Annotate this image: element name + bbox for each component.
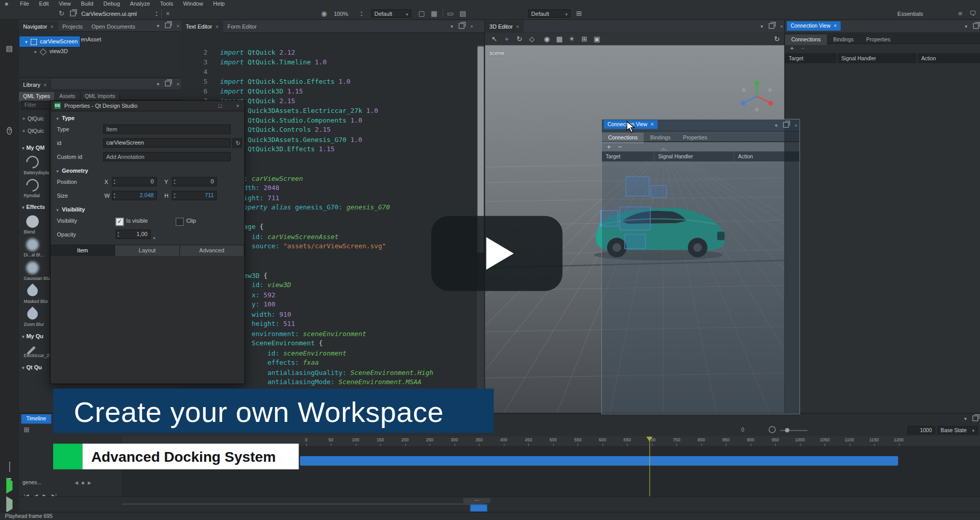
state-selector[interactable]: Base State▾ [938, 426, 977, 434]
close-document-icon[interactable]: × [164, 9, 172, 17]
horizontal-scroll-thumb[interactable] [470, 504, 487, 512]
add-frame-icon[interactable]: ⊞ [575, 9, 583, 17]
snap-toggle-icon[interactable]: ▣ [593, 34, 601, 43]
popout-icon[interactable] [973, 23, 979, 29]
spinner-arrows[interactable]: ▴▾ [174, 178, 175, 185]
chevron-down-icon[interactable]: ▾ [157, 81, 159, 88]
open-document-title[interactable]: CarViewScreen.ui.qml [81, 11, 137, 17]
collapse-handle[interactable]: — [463, 498, 491, 503]
main-menu-icon[interactable] [5, 24, 15, 34]
grid-toggle-icon[interactable]: ⊞ [580, 34, 589, 43]
tab-projects[interactable]: Projects [58, 21, 87, 33]
popout-icon[interactable] [459, 23, 464, 29]
zoom-level[interactable]: 100% [334, 11, 348, 17]
scale-tool-icon[interactable]: ◇ [527, 34, 536, 43]
tree-item-carviewscreen[interactable]: ▾carViewScreen [19, 36, 81, 48]
edit-mode-icon[interactable] [5, 64, 15, 74]
split-document-icon[interactable] [69, 9, 77, 17]
popout-icon[interactable] [972, 415, 978, 421]
zoom-stepper[interactable]: ▴▾ [359, 9, 364, 17]
popout-icon[interactable] [783, 122, 789, 128]
size-w-spinner[interactable]: ▴▾2.048 [112, 191, 157, 200]
tab-navigator[interactable]: Navigator× [19, 21, 58, 33]
add-timeline-icon[interactable]: ⊞ [24, 426, 30, 434]
position-x-spinner[interactable]: ▴▾0 [112, 177, 157, 186]
keyframe-nav-2[interactable]: ▶ [88, 478, 91, 488]
plus-icon[interactable]: + [20, 113, 28, 125]
menu-item-analyze[interactable]: Analyze [125, 0, 155, 8]
menu-item-edit[interactable]: Edit [34, 0, 54, 8]
close-icon[interactable]: × [470, 23, 473, 31]
section-geometry[interactable]: ▾Geometry [51, 166, 244, 177]
video-play-button[interactable] [431, 216, 562, 291]
menu-item-tools[interactable]: Tools [155, 0, 178, 8]
chevron-down-icon[interactable]: ▾ [761, 23, 763, 31]
reset-id-icon[interactable]: ↻ [233, 138, 242, 148]
is-visible-checkbox[interactable]: ✓ [116, 218, 124, 226]
id-input[interactable] [103, 138, 231, 148]
close-icon[interactable]: × [834, 22, 837, 29]
menu-item-build[interactable]: Build [76, 0, 99, 8]
tab-connection-view[interactable]: Connection View× [787, 21, 841, 31]
close-icon[interactable]: × [236, 101, 239, 111]
document-stepper[interactable]: ▴▾ [154, 9, 159, 17]
select-tool-icon[interactable]: ↖ [490, 34, 499, 43]
tune-icon[interactable]: ≡ [956, 9, 964, 17]
tab-timeline[interactable]: Timeline [21, 414, 52, 423]
chevron-down-icon[interactable]: ▾ [775, 122, 777, 130]
spinner-arrows[interactable]: ▴▾ [174, 192, 175, 199]
close-icon[interactable]: × [177, 22, 180, 30]
close-icon[interactable]: × [516, 24, 519, 30]
floating-connection-view[interactable]: Connection View× ▾ × ConnectionsBindings… [601, 119, 800, 414]
chat-icon[interactable]: 🗨 [969, 9, 977, 17]
tab-advanced[interactable]: Advanced [180, 245, 244, 256]
caret-icon[interactable]: ▾ [23, 36, 29, 48]
help-mode-icon[interactable]: ? [5, 125, 15, 135]
workspace-selector[interactable]: Essentials [897, 11, 923, 17]
section-visibility[interactable]: ▾Visibility [51, 205, 244, 216]
add-annotation-button[interactable]: Add Annotation [103, 152, 231, 161]
run-preview-icon[interactable]: ◉ [320, 9, 328, 17]
maximize-icon[interactable]: □ [218, 101, 222, 111]
keyframe-nav-0[interactable]: ◀ [75, 478, 78, 488]
menu-item-view[interactable]: View [54, 0, 76, 8]
tab-3d-editor[interactable]: 3D Editor× [485, 20, 524, 33]
remove-connection-button[interactable]: − [801, 44, 805, 52]
chevron-down-icon[interactable]: ▾ [157, 22, 159, 30]
scrollbar-track[interactable] [122, 504, 484, 504]
close-icon[interactable]: × [780, 23, 783, 31]
spinner-arrows[interactable]: ▴▾ [114, 178, 115, 185]
opacity-spinner[interactable]: ▴▾1,00 [116, 230, 151, 239]
fit-selected-icon[interactable]: ◉ [543, 34, 551, 43]
spinner-arrows[interactable]: ▴▾ [117, 230, 119, 238]
menu-item-help[interactable]: Help [208, 0, 230, 8]
properties-title-bar[interactable]: DS Properties - Qt Design Studio □ × [51, 101, 244, 111]
debug-run-button[interactable] [5, 500, 15, 510]
popout-icon[interactable] [165, 81, 170, 86]
grid-toggle-icon[interactable]: ▦ [430, 9, 438, 17]
timeline-end-frame[interactable]: 1000 [908, 426, 935, 434]
tab-form-editor[interactable]: Form Editor [223, 20, 261, 33]
section-type[interactable]: ▾Type [51, 113, 244, 124]
slider-thumb[interactable] [785, 428, 790, 433]
add-connection-button[interactable]: + [607, 143, 611, 150]
clip-checkbox[interactable] [176, 218, 184, 226]
zoom-icon[interactable] [769, 426, 775, 433]
light-toggle-icon[interactable]: ☀ [568, 34, 576, 43]
close-icon[interactable]: × [795, 122, 798, 130]
popout-icon[interactable] [165, 22, 170, 28]
timeline-zoom-slider[interactable] [780, 430, 807, 431]
menu-item-debug[interactable]: Debug [99, 0, 125, 8]
chevron-down-icon[interactable]: ▾ [451, 23, 453, 31]
popout-icon[interactable] [769, 23, 774, 29]
reset-view-icon[interactable]: ↻ [772, 34, 781, 43]
size-h-spinner[interactable]: ▴▾711 [172, 191, 217, 200]
chevron-down-icon[interactable]: ▾ [964, 415, 967, 423]
timeline-section-bar[interactable] [300, 456, 898, 465]
keyframe-nav-1[interactable]: ◆ [81, 478, 85, 488]
canvas-preset-select[interactable]: Default▾ [371, 9, 411, 17]
camera-mode-icon[interactable]: ▦ [555, 34, 564, 43]
properties-dialog[interactable]: DS Properties - Qt Design Studio □ × ▾Ty… [50, 100, 245, 384]
rotate-tool-icon[interactable]: ↻ [515, 34, 524, 43]
menu-item-window[interactable]: Window [178, 0, 208, 8]
